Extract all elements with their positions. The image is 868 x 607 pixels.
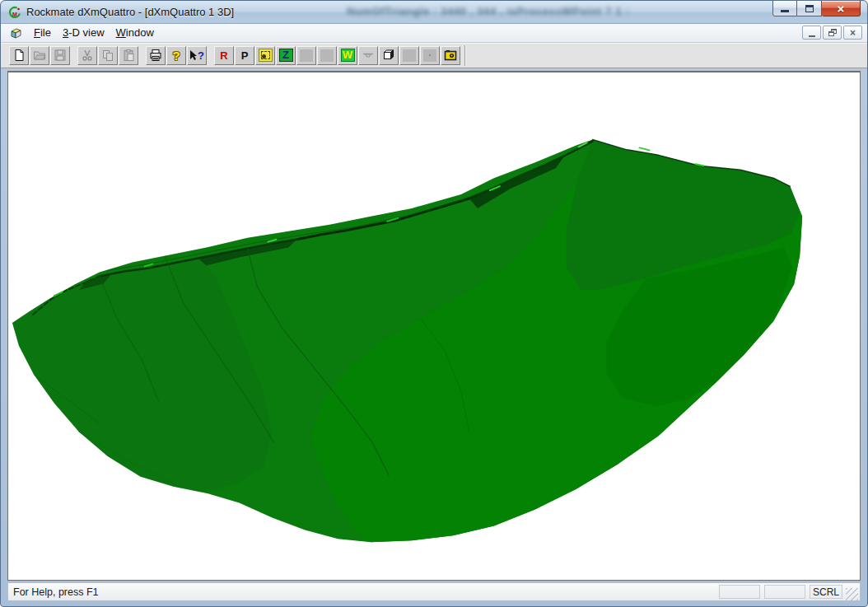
status-pane-2: [764, 585, 805, 599]
titlebar: M Rockmate dXmQuattro - [dXmQuattro 1 3D…: [1, 1, 867, 24]
new-button[interactable]: [9, 46, 29, 65]
open-button[interactable]: [30, 46, 49, 65]
about-question-icon: ?: [172, 49, 180, 62]
maximize-icon: [805, 5, 814, 12]
mdi-restore-button[interactable]: [823, 26, 842, 40]
blank-button-2[interactable]: [317, 46, 337, 65]
copy-button[interactable]: [98, 46, 118, 65]
about-button[interactable]: ?: [166, 46, 186, 65]
mdi-document-icon[interactable]: [9, 27, 23, 40]
cube-view-button[interactable]: [379, 46, 399, 65]
blank-icon: [403, 49, 416, 62]
viewport-3d[interactable]: [7, 71, 861, 581]
save-button[interactable]: [50, 46, 70, 65]
blank-icon: [423, 49, 436, 62]
print-icon: [149, 49, 162, 62]
camera-icon: [444, 49, 457, 62]
terrain-svg: [8, 72, 860, 580]
z-icon: Z: [279, 49, 293, 62]
paste-clipboard-icon: [122, 49, 135, 62]
blank-icon: [320, 49, 334, 62]
r-button[interactable]: R: [214, 46, 234, 65]
status-pane-scrl: SCRL: [810, 585, 842, 599]
z-button[interactable]: Z: [276, 46, 296, 65]
w-button[interactable]: W: [338, 46, 357, 65]
status-pane-1: [719, 585, 760, 599]
toolbar-band-edge: [464, 45, 465, 66]
w-icon: W: [341, 49, 355, 62]
toolbar: ? ? R P Z W: [1, 43, 867, 68]
minimize-icon: [781, 10, 789, 12]
blank-button-3[interactable]: [399, 46, 419, 65]
open-folder-icon: [33, 49, 46, 62]
window-frame-bottom: [1, 601, 867, 606]
app-icon: M: [8, 6, 21, 19]
new-document-icon: [12, 49, 26, 62]
resize-grip[interactable]: [846, 588, 858, 600]
statusbar: For Help, press F1 SCRL: [7, 582, 861, 601]
cut-button[interactable]: [77, 46, 97, 65]
app-window: M Rockmate dXmQuattro - [dXmQuattro 1 3D…: [0, 0, 868, 607]
menu-window[interactable]: Window: [110, 25, 160, 41]
close-button[interactable]: ×: [822, 0, 861, 16]
selection-mode-button[interactable]: [255, 46, 275, 65]
mdi-restore-icon: [828, 29, 837, 36]
save-floppy-icon: [54, 49, 67, 62]
mdi-minimize-button[interactable]: [802, 26, 821, 40]
help-arrow-icon: [189, 49, 197, 61]
funnel-button[interactable]: [358, 46, 378, 65]
caption-buttons: ×: [772, 0, 861, 16]
blank-button-4[interactable]: [420, 46, 440, 65]
print-button[interactable]: [146, 46, 166, 65]
window-title: Rockmate dXmQuattro - [dXmQuattro 1 3D]: [26, 6, 234, 18]
mdi-minimize-icon: [809, 35, 815, 37]
minimize-button[interactable]: [772, 0, 797, 16]
mdi-close-icon: ×: [850, 28, 856, 38]
paste-button[interactable]: [119, 46, 138, 65]
context-help-question-icon: ?: [198, 50, 204, 61]
mdi-close-button[interactable]: ×: [843, 26, 862, 40]
copy-icon: [101, 49, 114, 62]
close-icon: ×: [838, 2, 845, 15]
wireframe-cube-icon: [382, 49, 395, 62]
blank-button-1[interactable]: [296, 46, 316, 65]
p-button[interactable]: P: [235, 46, 254, 65]
blank-icon: [300, 49, 313, 62]
svg-text:M: M: [12, 12, 17, 17]
maximize-button[interactable]: [797, 0, 822, 16]
mdi-buttons: ×: [800, 26, 862, 40]
yellow-selection-icon: [259, 49, 273, 62]
titlebar-ghost-text: NumOfTriangle : 3440 , 344 , isProcessWP…: [347, 5, 630, 17]
menubar: File 3-D view Window ×: [1, 24, 867, 43]
camera-button[interactable]: [441, 46, 460, 65]
menu-3d-view[interactable]: 3-D view: [57, 25, 110, 41]
status-message: For Help, press F1: [13, 586, 715, 598]
cut-scissors-icon: [81, 49, 94, 62]
context-help-button[interactable]: ?: [187, 46, 207, 65]
menu-file[interactable]: File: [28, 25, 57, 41]
funnel-icon: [362, 49, 375, 62]
